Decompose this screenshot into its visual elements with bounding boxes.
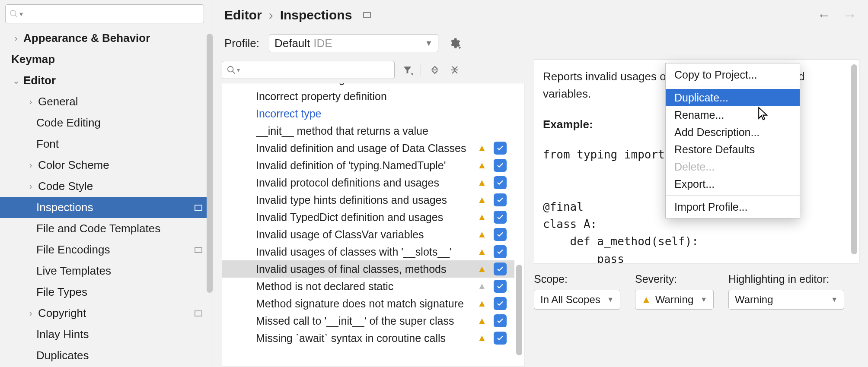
inspections-list[interactable]: Incorrect docstringIncorrect property de…	[222, 83, 524, 367]
breadcrumb-separator-icon: ›	[269, 8, 273, 22]
scope-select-value: In All Scopes	[540, 294, 600, 306]
sidebar-item-duplicates[interactable]: Duplicates	[0, 345, 213, 366]
inspection-label: Invalid definition of 'typing.NamedTuple…	[256, 159, 473, 172]
sidebar-item-label: Live Templates	[36, 264, 111, 278]
menu-item-duplicate[interactable]: Duplicate...	[666, 89, 800, 106]
inspection-enabled-checkbox[interactable]	[494, 314, 507, 327]
inspection-enabled-checkbox[interactable]	[494, 263, 507, 275]
inspection-enabled-checkbox[interactable]	[494, 297, 507, 310]
sidebar-item-label: File and Code Templates	[36, 222, 160, 235]
inspection-row[interactable]: Invalid type hints definitions and usage…	[222, 191, 514, 209]
sidebar-search-field[interactable]: ▾	[5, 4, 204, 23]
project-level-icon	[363, 12, 371, 18]
inspection-row[interactable]: Missing `await` syntax in coroutine call…	[222, 329, 514, 347]
sidebar-item-inspections[interactable]: Inspections	[0, 197, 213, 218]
settings-tree[interactable]: ›Appearance & BehaviorKeymap⌄Editor›Gene…	[0, 28, 213, 366]
highlight-control: Highlighting in editor: Warning ▼	[728, 273, 844, 310]
filter-button[interactable]: ▾	[402, 64, 415, 76]
warning-triangle-icon: ▲	[476, 160, 488, 171]
inspection-row[interactable]: Invalid usages of final classes, methods…	[222, 260, 514, 278]
inspection-enabled-checkbox[interactable]	[494, 176, 507, 189]
inspection-row[interactable]: Incorrect docstring	[222, 83, 514, 88]
inspection-label: Method is not declared static	[256, 280, 473, 293]
inspection-row[interactable]: Invalid usages of classes with '__slots_…	[222, 243, 514, 260]
profile-gear-button[interactable]: ▾	[448, 35, 463, 51]
highlight-select[interactable]: Warning ▼	[728, 290, 844, 310]
menu-item-export[interactable]: Export...	[666, 175, 800, 193]
sidebar-item-code-editing[interactable]: Code Editing	[0, 112, 213, 133]
inspection-enabled-checkbox[interactable]	[494, 245, 507, 258]
sidebar-item-keymap[interactable]: Keymap	[0, 49, 213, 70]
menu-item-rename[interactable]: Rename...	[666, 106, 800, 123]
sidebar-item-label: Inlay Hints	[36, 328, 89, 341]
inspection-enabled-checkbox[interactable]	[494, 280, 507, 293]
inspections-toolbar: ▾ ▾	[222, 60, 524, 80]
breadcrumb-editor[interactable]: Editor	[224, 8, 262, 22]
scope-control: Scope: In All Scopes ▼	[534, 273, 620, 310]
inspection-row[interactable]: Method signature does not match signatur…	[222, 295, 514, 312]
menu-item-copy-to-project[interactable]: Copy to Project...	[666, 66, 800, 83]
inspection-row[interactable]: Missed call to '__init__' of the super c…	[222, 312, 514, 329]
menu-item-add-description[interactable]: Add Description...	[666, 123, 800, 141]
description-scrollbar[interactable]	[851, 64, 857, 254]
sidebar-item-copyright[interactable]: ›Copyright	[0, 303, 213, 324]
inspection-label: Incorrect property definition	[256, 90, 514, 103]
inspection-enabled-checkbox[interactable]	[494, 211, 507, 224]
inspection-label: Method signature does not match signatur…	[256, 297, 473, 310]
project-level-icon	[195, 205, 202, 211]
inspection-enabled-checkbox[interactable]	[494, 193, 507, 206]
inspection-enabled-checkbox[interactable]	[494, 142, 507, 155]
inspection-label: Invalid TypedDict definition and usages	[256, 211, 473, 224]
warning-triangle-icon: ▲	[476, 246, 488, 257]
sidebar-item-editor[interactable]: ⌄Editor	[0, 70, 213, 91]
chevron-down-icon: ▼	[425, 39, 433, 48]
menu-item-restore-defaults[interactable]: Restore Defaults	[666, 141, 800, 158]
inspection-row[interactable]: Invalid usage of ClassVar variables▲	[222, 226, 514, 243]
sidebar-item-label: File Encodings	[36, 243, 110, 256]
sidebar-item-inlay-hints[interactable]: Inlay Hints	[0, 324, 213, 345]
profile-row: Profile: Default IDE ▼ ▾	[213, 30, 868, 56]
sidebar-item-color-scheme[interactable]: ›Color Scheme	[0, 155, 213, 176]
inspection-row[interactable]: Incorrect property definition	[222, 88, 514, 105]
chevron-right-icon: ›	[26, 97, 35, 107]
inspection-row[interactable]: __init__ method that returns a value	[222, 122, 514, 139]
project-level-icon	[195, 247, 202, 253]
sidebar-item-file-and-code-templates[interactable]: File and Code Templates	[0, 218, 213, 239]
svg-point-2	[228, 66, 233, 72]
chevron-right-icon: ›	[26, 181, 35, 191]
inspection-label: __init__ method that returns a value	[256, 125, 514, 137]
sidebar-item-appearance-behavior[interactable]: ›Appearance & Behavior	[0, 28, 213, 49]
inspection-row[interactable]: Invalid definition of 'typing.NamedTuple…	[222, 157, 514, 174]
inspections-list-scrollbar[interactable]	[516, 265, 522, 355]
nav-back-button[interactable]: ←	[817, 7, 831, 23]
profile-gear-menu[interactable]: Copy to Project...Duplicate...Rename...A…	[665, 63, 800, 218]
sidebar-item-font[interactable]: Font	[0, 133, 213, 155]
inspection-enabled-checkbox[interactable]	[494, 228, 507, 241]
inspection-row[interactable]: Method is not declared static▲	[222, 278, 514, 295]
menu-separator	[666, 86, 800, 86]
profile-select[interactable]: Default IDE ▼	[269, 34, 438, 52]
inspection-enabled-checkbox[interactable]	[494, 332, 507, 345]
expand-all-button[interactable]	[429, 64, 441, 76]
inspection-row[interactable]: Incorrect type	[222, 105, 514, 122]
sidebar-item-label: Appearance & Behavior	[23, 32, 150, 45]
sidebar-item-file-encodings[interactable]: File Encodings	[0, 239, 213, 260]
inspection-row[interactable]: Invalid definition and usage of Data Cla…	[222, 139, 514, 157]
chevron-down-icon: ⌄	[11, 76, 21, 86]
inspections-search-field[interactable]: ▾	[222, 61, 395, 79]
scope-select[interactable]: In All Scopes ▼	[534, 290, 620, 310]
collapse-all-button[interactable]	[449, 64, 461, 76]
sidebar-item-live-templates[interactable]: Live Templates	[0, 260, 213, 282]
sidebar-item-general[interactable]: ›General	[0, 91, 213, 112]
inspection-enabled-checkbox[interactable]	[494, 159, 507, 172]
warning-triangle-icon: ▲	[476, 177, 488, 188]
collapse-all-icon	[450, 65, 460, 75]
sidebar-item-file-types[interactable]: File Types	[0, 282, 213, 303]
inspection-row[interactable]: Invalid TypedDict definition and usages▲	[222, 209, 514, 226]
sidebar-item-code-style[interactable]: ›Code Style	[0, 176, 213, 197]
sidebar-scrollbar[interactable]	[207, 34, 213, 293]
menu-item-import-profile[interactable]: Import Profile...	[666, 198, 800, 215]
severity-select[interactable]: ▲ Warning ▼	[635, 290, 714, 310]
inspection-row[interactable]: Invalid protocol definitions and usages▲	[222, 174, 514, 191]
sidebar-item-label: File Types	[36, 285, 87, 299]
